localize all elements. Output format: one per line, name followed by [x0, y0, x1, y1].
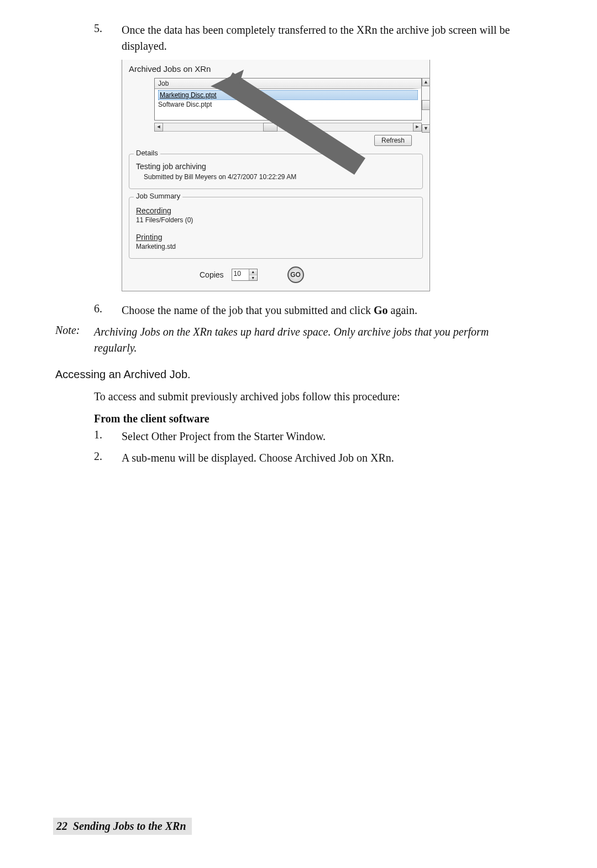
note-label: Note: — [55, 324, 94, 356]
hscroll-right-button[interactable]: ► — [413, 123, 422, 132]
step-5: 5. Once the data has been completely tra… — [55, 22, 542, 54]
archived-jobs-screenshot: Archived Jobs on XRn Job Marketing Disc.… — [122, 60, 430, 291]
hscroll-thumb[interactable] — [263, 123, 277, 132]
recording-sub: 11 Files/Folders (0) — [136, 216, 416, 224]
note: Note: Archiving Jobs on the XRn takes up… — [55, 324, 542, 356]
copies-spin-up[interactable]: ▲ — [249, 269, 257, 275]
dialog-title: Archived Jobs on XRn — [129, 64, 424, 74]
section-heading: Accessing an Archived Job. — [55, 368, 542, 381]
hscroll-track[interactable] — [163, 123, 413, 132]
details-legend: Details — [134, 149, 160, 157]
footer-title: Sending Jobs to the XRn — [73, 820, 186, 832]
printing-sub: Marketing.std — [136, 243, 416, 250]
scroll-up-button[interactable]: ▲ — [422, 78, 430, 86]
procedure-2-text: A sub-menu will be displayed. Choose Arc… — [122, 450, 542, 466]
procedure-1-text: Select Other Project from the Starter Wi… — [122, 428, 542, 445]
refresh-button[interactable]: Refresh — [374, 135, 412, 146]
details-group: Details Testing job archiving Submitted … — [129, 154, 423, 189]
recording-label: Recording — [136, 206, 416, 215]
go-button[interactable]: GO — [287, 266, 304, 283]
job-row-selected[interactable]: Marketing Disc.ptpt — [158, 90, 418, 100]
hscroll-left-button[interactable]: ◄ — [154, 123, 163, 132]
step-5-text: Once the data has been completely transf… — [122, 22, 542, 54]
page-number: 22 — [56, 820, 67, 832]
copies-stepper[interactable]: 10 ▲ ▼ — [232, 269, 258, 281]
copies-label: Copies — [200, 270, 224, 279]
details-title: Testing job archiving — [136, 162, 416, 171]
job-list[interactable]: Job Marketing Disc.ptpt Software Disc.pt… — [154, 78, 422, 121]
note-text: Archiving Jobs on the XRn takes up hard … — [94, 324, 542, 356]
page-footer: 22 Sending Jobs to the XRn — [53, 818, 192, 835]
job-summary-group: Job Summary Recording 11 Files/Folders (… — [129, 197, 423, 259]
step-6: 6. Choose the name of the job that you s… — [55, 302, 542, 318]
scroll-down-button[interactable]: ▼ — [422, 124, 430, 133]
copies-spin-down[interactable]: ▼ — [249, 275, 257, 281]
details-submitted: Submitted by Bill Meyers on 4/27/2007 10… — [144, 173, 416, 181]
job-summary-legend: Job Summary — [134, 192, 182, 200]
job-row[interactable]: Software Disc.ptpt — [158, 100, 418, 109]
procedure-1: 1. Select Other Project from the Starter… — [55, 428, 542, 445]
job-column-header[interactable]: Job — [158, 80, 409, 87]
procedure-2-number: 2. — [55, 450, 122, 466]
scroll-thumb[interactable] — [422, 100, 430, 110]
subsection-heading: From the client software — [94, 412, 542, 425]
step-6-number: 6. — [55, 302, 122, 318]
printing-label: Printing — [136, 233, 416, 242]
copies-input[interactable]: 10 — [232, 269, 249, 280]
intro-paragraph: To access and submit previously archived… — [94, 389, 542, 405]
step-5-number: 5. — [55, 22, 122, 54]
procedure-1-number: 1. — [55, 428, 122, 445]
step-6-text: Choose the name of the job that you subm… — [122, 302, 542, 318]
procedure-2: 2. A sub-menu will be displayed. Choose … — [55, 450, 542, 466]
